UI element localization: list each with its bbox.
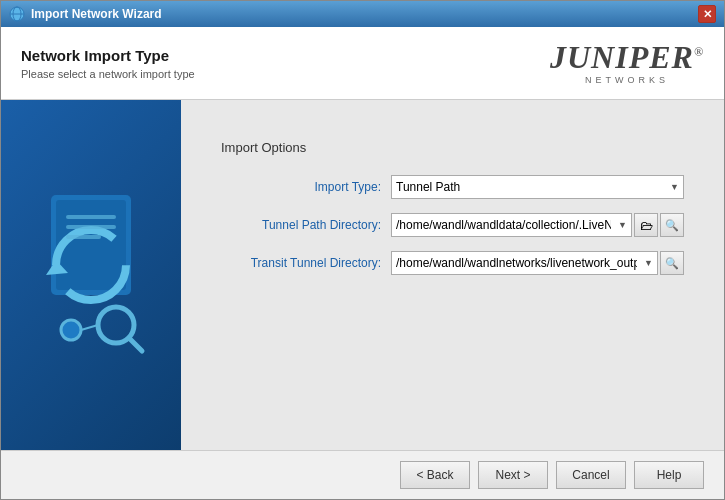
title-bar: Import Network Wizard ✕: [1, 1, 724, 27]
search-icon-2: 🔍: [665, 257, 679, 270]
import-type-group: Import Type: Tunnel Path IGP Database SN…: [221, 175, 684, 199]
svg-rect-7: [66, 225, 116, 229]
tunnel-path-browse-button-2[interactable]: 🔍: [660, 213, 684, 237]
next-button[interactable]: Next >: [478, 461, 548, 489]
transit-tunnel-dir-select[interactable]: /home/wandl/wandlnetworks/livenetwork_ou…: [391, 251, 658, 275]
close-icon: ✕: [703, 8, 712, 21]
tunnel-path-dir-group: Tunnel Path Directory: /home/wandl/wandl…: [221, 213, 684, 237]
close-button[interactable]: ✕: [698, 5, 716, 23]
transit-tunnel-dir-label: Transit Tunnel Directory:: [221, 256, 381, 270]
window-icon: [9, 6, 25, 22]
help-button[interactable]: Help: [634, 461, 704, 489]
svg-point-11: [61, 320, 81, 340]
right-panel: Import Options Import Type: Tunnel Path …: [181, 100, 724, 450]
page-subtitle: Please select a network import type: [21, 68, 195, 80]
juniper-name-text: JUNIPER: [550, 39, 694, 75]
juniper-networks-text: NETWORKS: [585, 75, 669, 85]
import-type-label: Import Type:: [221, 180, 381, 194]
svg-rect-8: [66, 235, 101, 239]
import-type-select[interactable]: Tunnel Path IGP Database SNMP Direct: [391, 175, 684, 199]
main-window: Import Network Wizard ✕ Network Import T…: [0, 0, 725, 500]
search-icon: 🔍: [665, 219, 679, 232]
tunnel-path-dir-select[interactable]: /home/wandl/wandldata/collection/.LiveNe…: [391, 213, 632, 237]
svg-line-12: [81, 325, 98, 330]
svg-line-10: [129, 338, 142, 351]
window-title: Import Network Wizard: [31, 7, 162, 21]
tunnel-path-browse-button[interactable]: 🗁: [634, 213, 658, 237]
juniper-logo: JUNIPER® NETWORKS: [550, 41, 704, 85]
back-button[interactable]: < Back: [400, 461, 470, 489]
transit-tunnel-dir-group: Transit Tunnel Directory: /home/wandl/wa…: [221, 251, 684, 275]
import-options-title: Import Options: [221, 140, 684, 155]
folder-icon: 🗁: [640, 218, 653, 233]
content-area: Import Options Import Type: Tunnel Path …: [1, 100, 724, 450]
page-title: Network Import Type: [21, 47, 195, 64]
transit-tunnel-browse-button[interactable]: 🔍: [660, 251, 684, 275]
footer-section: < Back Next > Cancel Help: [1, 450, 724, 499]
cancel-button[interactable]: Cancel: [556, 461, 626, 489]
header-section: Network Import Type Please select a netw…: [1, 27, 724, 100]
tunnel-path-dir-label: Tunnel Path Directory:: [221, 218, 381, 232]
juniper-reg: ®: [694, 45, 704, 59]
left-panel: [1, 100, 181, 450]
svg-rect-6: [66, 215, 116, 219]
network-graphic: [26, 175, 156, 375]
